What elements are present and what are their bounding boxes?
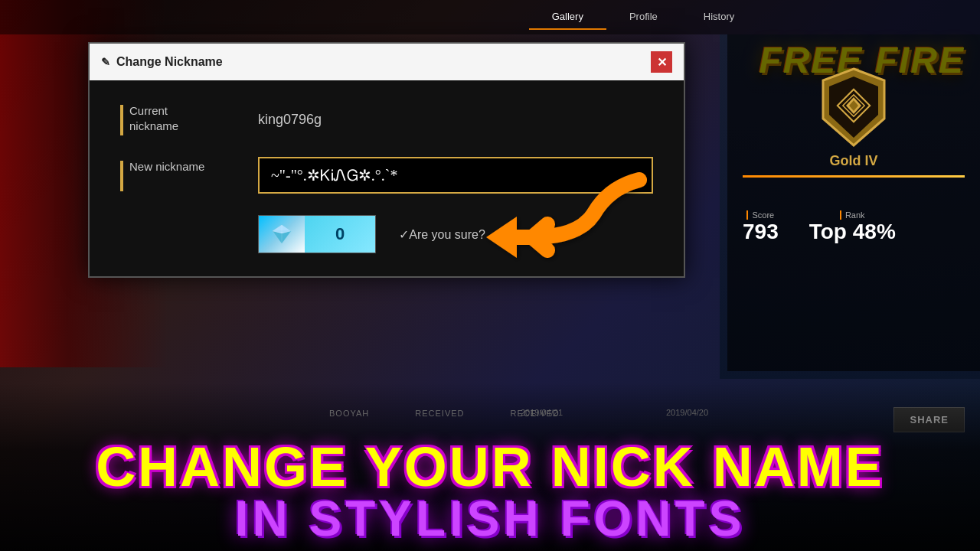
- new-nickname-text: ~"-"°.✲ᏦᎥᏁᏀ✲.°.`*: [271, 166, 640, 184]
- dialog-title: Change Nickname: [116, 55, 223, 69]
- current-nickname-row: Currentnickname king0796g: [120, 103, 653, 135]
- rank-panel: Gold IV Score 793 Rank Top 48%: [727, 34, 980, 371]
- rank-badge-icon: [815, 65, 892, 149]
- score-stat: Score 793: [743, 210, 779, 244]
- cost-box: 0: [258, 215, 376, 253]
- rank-stats: Score 793 Rank Top 48%: [743, 210, 965, 244]
- dialog-body: Currentnickname king0796g New nickname ~…: [90, 80, 684, 276]
- diamond-icon: [270, 223, 293, 246]
- dialog-title-content: ✎ Change Nickname: [101, 55, 223, 69]
- current-nickname-value: king0796g: [258, 112, 322, 128]
- new-nickname-row: New nickname ~"-"°.✲ᏦᎥᏁᏀ✲.°.`*: [120, 157, 653, 194]
- tab-gallery[interactable]: Gallery: [529, 5, 606, 30]
- tab-history[interactable]: History: [681, 5, 757, 30]
- cost-amount: 0: [305, 215, 375, 253]
- rank-value: Top 48%: [809, 220, 896, 244]
- bottom-banner: CHANGE YOUR NICK NAME IN STYLISH FONTS: [0, 383, 980, 551]
- nav-tabs: Gallery Profile History: [529, 5, 758, 30]
- dialog-titlebar: ✎ Change Nickname ✕: [90, 44, 684, 80]
- rank-score-bar: [743, 175, 965, 178]
- new-nickname-label: New nickname: [120, 159, 235, 191]
- new-nickname-input[interactable]: ~"-"°.✲ᏦᎥᏁᏀ✲.°.`*: [258, 157, 653, 194]
- new-label-bar: [120, 161, 123, 191]
- cost-row: 0 ✓Are you sure?: [120, 215, 653, 253]
- edit-icon: ✎: [101, 56, 110, 68]
- rank-name: Gold IV: [830, 153, 878, 169]
- dialog-close-button[interactable]: ✕: [651, 51, 672, 73]
- tab-profile[interactable]: Profile: [606, 5, 681, 30]
- change-nickname-dialog: ✎ Change Nickname ✕ Currentnickname king…: [88, 42, 685, 278]
- diamond-icon-container: [259, 215, 305, 253]
- current-label-text: Currentnickname: [129, 103, 178, 133]
- rank-stat: Rank Top 48%: [809, 210, 896, 244]
- bottom-line1: CHANGE YOUR NICK NAME: [96, 439, 884, 494]
- new-label-text: New nickname: [129, 159, 204, 174]
- bottom-line2: IN STYLISH FONTS: [235, 494, 746, 543]
- rank-badge-container: Gold IV: [743, 50, 965, 199]
- are-you-sure-label: ✓Are you sure?: [399, 227, 485, 242]
- current-nickname-label: Currentnickname: [120, 103, 235, 135]
- score-value: 793: [743, 220, 779, 244]
- score-label: Score: [746, 210, 774, 220]
- current-label-bar: [120, 105, 123, 135]
- sure-text: ✓Are you sure?: [399, 227, 485, 242]
- rank-label: Rank: [840, 210, 865, 220]
- game-navigation: Gallery Profile History: [0, 0, 980, 34]
